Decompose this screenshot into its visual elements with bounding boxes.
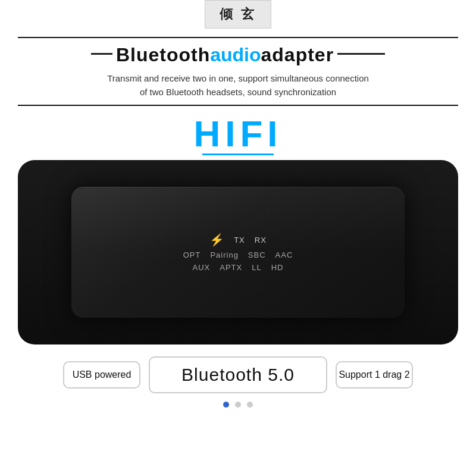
pairing-label: Pairing (210, 250, 238, 259)
pagination (223, 402, 253, 408)
title-box: Bluetooth audio adapter Transmit and rec… (18, 37, 458, 106)
aux-label: AUX (193, 263, 211, 272)
tx-label: TX (234, 236, 245, 245)
aptx-label: APTX (220, 263, 242, 272)
device-row-3: AUX APTX LL HD (193, 263, 284, 272)
dot-1[interactable] (223, 402, 229, 408)
features-bar: USB powered Bluetooth 5.0 Support 1 drag… (0, 345, 476, 393)
title-line: Bluetooth audio adapter (87, 44, 389, 66)
aac-label: AAC (275, 250, 293, 259)
feature-support: Support 1 drag 2 (336, 361, 413, 389)
subtitle-line1: Transmit and receive two in one, support… (107, 73, 369, 83)
brand-text: 倾 玄 (220, 7, 256, 21)
bluetooth-label: Bluetooth 5.0 (181, 365, 295, 385)
opt-label: OPT (183, 250, 201, 259)
feature-usb: USB powered (63, 361, 140, 389)
device-row-1: ⚡ TX RX (209, 233, 267, 247)
device-display: ⚡ TX RX OPT Pairing SBC AAC AUX APTX LL … (183, 233, 293, 272)
hifi-underline (202, 154, 274, 155)
sbc-label: SBC (248, 250, 266, 259)
brand-badge: 倾 玄 (205, 0, 271, 29)
hd-label: HD (271, 263, 284, 272)
dot-2[interactable] (235, 402, 241, 408)
right-dash (337, 53, 385, 55)
title-part2: adapter (261, 44, 334, 66)
usb-powered-label: USB powered (73, 369, 131, 380)
page: 倾 玄 Bluetooth audio adapter Transmit and… (0, 0, 476, 476)
device-row-2: OPT Pairing SBC AAC (183, 250, 293, 259)
title-audio: audio (210, 44, 261, 66)
support-label: Support 1 drag 2 (339, 369, 409, 380)
title-part1: Bluetooth (116, 44, 210, 66)
device-section: ⚡ TX RX OPT Pairing SBC AAC AUX APTX LL … (18, 160, 458, 345)
subtitle-line2: of two Bluetooth headsets, sound synchro… (140, 87, 336, 97)
rx-label: RX (255, 236, 267, 245)
hifi-section: HIFI (0, 112, 476, 160)
subtitle: Transmit and receive two in one, support… (107, 72, 369, 99)
dot-3[interactable] (247, 402, 253, 408)
ll-label: LL (252, 263, 261, 272)
header-section: Bluetooth audio adapter Transmit and rec… (0, 29, 476, 112)
left-dash (91, 53, 112, 55)
feature-bluetooth: Bluetooth 5.0 (149, 356, 327, 393)
hifi-text: HIFI (193, 115, 282, 152)
bolt-icon: ⚡ (209, 233, 224, 247)
device-inner: ⚡ TX RX OPT Pairing SBC AAC AUX APTX LL … (71, 187, 405, 318)
